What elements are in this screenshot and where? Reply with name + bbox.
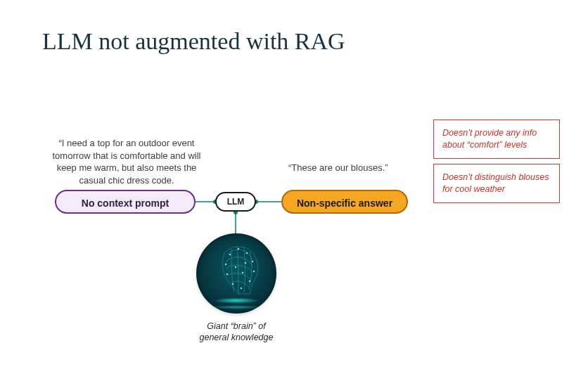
svg-point-13 xyxy=(235,266,236,268)
svg-point-16 xyxy=(215,298,257,304)
svg-point-11 xyxy=(226,273,228,275)
svg-point-14 xyxy=(242,272,243,273)
prompt-quote: “I need a top for an outdoor event tomor… xyxy=(49,137,204,186)
svg-point-15 xyxy=(245,262,246,264)
callout-weather: Doesn’t distinguish blouses for cool wea… xyxy=(433,164,560,203)
svg-point-6 xyxy=(252,261,253,262)
diagram-stage: LLM not augmented with RAG “I need a top… xyxy=(0,0,588,381)
answer-quote: “These are our blouses.” xyxy=(288,162,429,174)
svg-point-5 xyxy=(246,252,248,254)
callout-comfort: Doesn’t provide any info about “comfort”… xyxy=(433,120,560,159)
slide-title: LLM not augmented with RAG xyxy=(42,28,345,55)
svg-point-9 xyxy=(241,288,242,289)
brain-caption: Giant “brain” of general knowledge xyxy=(192,321,281,344)
svg-point-4 xyxy=(238,248,239,250)
svg-point-12 xyxy=(225,264,226,265)
svg-point-8 xyxy=(249,280,250,282)
svg-point-7 xyxy=(253,271,255,272)
pill-non-specific-answer: Non-specific answer xyxy=(281,190,408,214)
brain-section: Giant “brain” of general knowledge xyxy=(192,233,281,344)
svg-point-10 xyxy=(232,283,234,285)
pill-llm: LLM xyxy=(215,192,256,212)
pill-no-context-prompt: No context prompt xyxy=(55,190,196,214)
brain-icon xyxy=(196,233,276,314)
svg-point-3 xyxy=(229,254,231,255)
